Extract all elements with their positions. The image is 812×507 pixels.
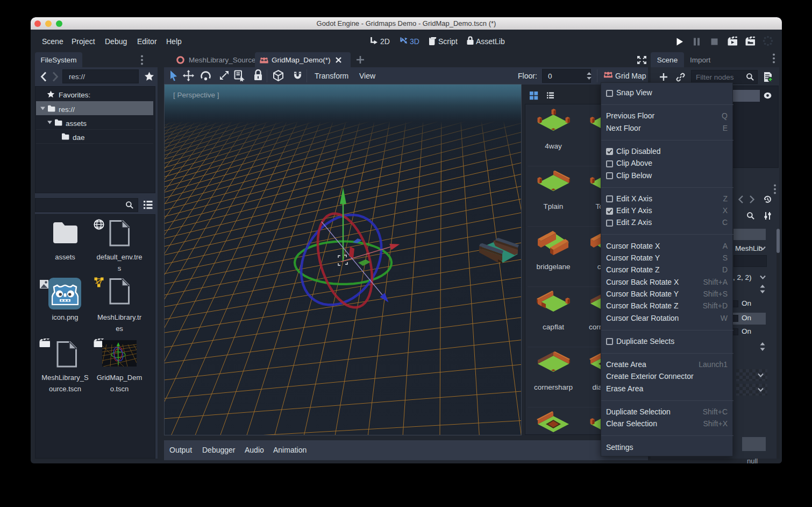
svg-text:[ Perspective ]: [ Perspective ]	[173, 91, 219, 99]
